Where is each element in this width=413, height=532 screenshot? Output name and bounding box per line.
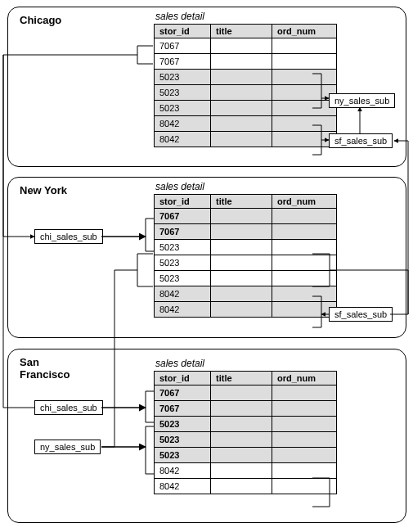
table-row: 5023 [155, 271, 337, 286]
cell-ord_num [272, 54, 337, 70]
table-row: 7067 [155, 385, 337, 401]
cell-ord_num [272, 448, 337, 463]
col-title: title [211, 195, 272, 209]
cell-stor_id: 5023 [155, 70, 211, 85]
cell-ord_num [272, 432, 337, 448]
cell-title [211, 85, 272, 101]
table-row: 8042 [155, 286, 337, 302]
cell-stor_id: 8042 [155, 132, 211, 147]
cell-stor_id: 5023 [155, 255, 211, 271]
table-header-row: stor_id title ord_num [155, 25, 337, 38]
cell-title [211, 417, 272, 432]
cell-stor_id: 8042 [155, 479, 211, 494]
cell-stor_id: 5023 [155, 101, 211, 116]
cell-ord_num [272, 271, 337, 286]
sales-detail-table: stor_id title ord_num 706770675023502350… [154, 24, 337, 147]
table-caption: sales detail [154, 358, 337, 369]
table-row: 8042 [155, 116, 337, 132]
cell-title [211, 302, 272, 318]
cell-stor_id: 8042 [155, 463, 211, 479]
table-row: 5023 [155, 448, 337, 463]
cell-title [211, 385, 272, 401]
table-header-row: stor_id title ord_num [155, 372, 337, 385]
cell-ord_num [272, 101, 337, 116]
cell-title [211, 271, 272, 286]
sales-detail-table: stor_id title ord_num 706770675023502350… [154, 194, 337, 318]
table-row: 7067 [155, 224, 337, 240]
table-row: 5023 [155, 432, 337, 448]
table-row: 5023 [155, 101, 337, 116]
table-row: 8042 [155, 302, 337, 318]
cell-ord_num [272, 401, 337, 417]
cell-ord_num [272, 209, 337, 224]
table-sanfrancisco: sales detail stor_id title ord_num 70677… [154, 358, 337, 494]
table-row: 7067 [155, 209, 337, 224]
table-row: 5023 [155, 85, 337, 101]
cell-ord_num [272, 302, 337, 318]
cell-ord_num [272, 417, 337, 432]
table-row: 5023 [155, 417, 337, 432]
label-ny-sales-sub: ny_sales_sub [34, 440, 101, 454]
cell-title [211, 401, 272, 417]
cell-stor_id: 8042 [155, 302, 211, 318]
cell-stor_id: 7067 [155, 385, 211, 401]
cell-title [211, 463, 272, 479]
label-ny-sales-sub: ny_sales_sub [329, 93, 395, 108]
cell-title [211, 479, 272, 494]
cell-stor_id: 8042 [155, 286, 211, 302]
cell-ord_num [272, 85, 337, 101]
col-title: title [211, 372, 272, 385]
table-row: 7067 [155, 401, 337, 417]
col-stor-id: stor_id [155, 25, 211, 38]
cell-title [211, 224, 272, 240]
table-caption: sales detail [154, 181, 337, 192]
cell-ord_num [272, 463, 337, 479]
cell-ord_num [272, 479, 337, 494]
table-row: 5023 [155, 255, 337, 271]
cell-ord_num [272, 286, 337, 302]
table-row: 8042 [155, 463, 337, 479]
cell-ord_num [272, 385, 337, 401]
cell-stor_id: 7067 [155, 54, 211, 70]
cell-ord_num [272, 240, 337, 255]
cell-ord_num [272, 255, 337, 271]
cell-ord_num [272, 70, 337, 85]
label-chi-sales-sub: chi_sales_sub [34, 400, 103, 415]
cell-title [211, 101, 272, 116]
cell-title [211, 448, 272, 463]
col-ord-num: ord_num [272, 372, 337, 385]
col-title: title [211, 25, 272, 38]
table-caption: sales detail [154, 11, 337, 22]
col-stor-id: stor_id [155, 372, 211, 385]
cell-ord_num [272, 116, 337, 132]
cell-title [211, 209, 272, 224]
cell-title [211, 240, 272, 255]
col-ord-num: ord_num [272, 25, 337, 38]
table-row: 5023 [155, 70, 337, 85]
cell-title [211, 38, 272, 54]
table-row: 5023 [155, 240, 337, 255]
cell-title [211, 70, 272, 85]
panel-title-sanfrancisco: San Francisco [20, 356, 70, 381]
cell-ord_num [272, 38, 337, 54]
cell-ord_num [272, 224, 337, 240]
cell-title [211, 132, 272, 147]
sales-detail-table: stor_id title ord_num 706770675023502350… [154, 371, 337, 494]
panel-title-newyork: New York [20, 184, 67, 196]
table-header-row: stor_id title ord_num [155, 195, 337, 209]
cell-title [211, 432, 272, 448]
label-sf-sales-sub: sf_sales_sub [329, 133, 393, 148]
cell-title [211, 54, 272, 70]
cell-ord_num [272, 132, 337, 147]
cell-stor_id: 7067 [155, 209, 211, 224]
panel-title-chicago: Chicago [20, 14, 61, 26]
cell-stor_id: 5023 [155, 448, 211, 463]
table-row: 8042 [155, 132, 337, 147]
cell-stor_id: 5023 [155, 271, 211, 286]
table-row: 8042 [155, 479, 337, 494]
table-row: 7067 [155, 54, 337, 70]
cell-stor_id: 7067 [155, 401, 211, 417]
label-chi-sales-sub: chi_sales_sub [34, 229, 103, 244]
cell-stor_id: 7067 [155, 224, 211, 240]
cell-title [211, 286, 272, 302]
